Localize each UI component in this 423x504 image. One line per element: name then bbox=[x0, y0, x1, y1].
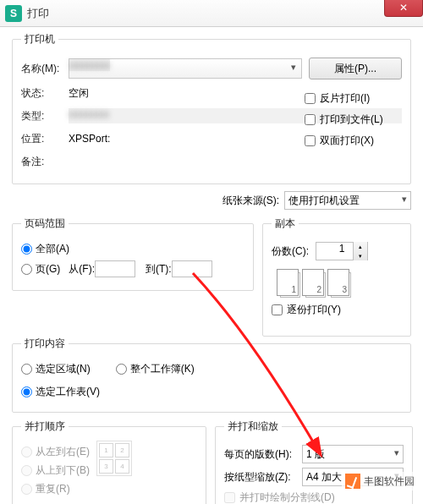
order-legend: 并打顺序 bbox=[21, 419, 69, 434]
copies-preview: 1 2 3 bbox=[277, 269, 402, 296]
order-group: 并打顺序 从左到右(E) 从上到下(B) 重复(R) 1234 bbox=[12, 419, 206, 504]
perpage-select[interactable]: 1 版 bbox=[302, 445, 404, 463]
comment-label: 备注: bbox=[21, 155, 69, 169]
content-legend: 打印内容 bbox=[21, 337, 69, 351]
scale-group: 并打和缩放 每页的版数(H): 1 版 按纸型缩放(Z): A4 加大 并打时绘… bbox=[215, 419, 413, 504]
count-label: 份数(C): bbox=[272, 244, 309, 259]
where-value: XPSPort: bbox=[69, 133, 110, 145]
scale-value: A4 加大 bbox=[306, 470, 342, 485]
range-pages-radio[interactable]: 页(G) bbox=[21, 262, 60, 277]
range-legend: 页码范围 bbox=[21, 216, 69, 231]
properties-button[interactable]: 属性(P)... bbox=[309, 58, 402, 79]
page-icon-3: 3 bbox=[327, 269, 349, 296]
scale-label: 按纸型缩放(Z): bbox=[224, 470, 302, 485]
order-tb-radio: 从上到下(B) bbox=[21, 463, 90, 478]
to-label: 到(T): bbox=[146, 262, 172, 277]
drawlines-label: 并打时绘制分割线(D) bbox=[239, 490, 335, 504]
perpage-value: 1 版 bbox=[306, 447, 325, 462]
status-label: 状态: bbox=[21, 86, 69, 101]
reverse-check[interactable]: 反片打印(I) bbox=[305, 91, 383, 106]
range-group: 页码范围 全部(A) 页(G) 从(F): 到(T): bbox=[12, 216, 254, 291]
duplex-check[interactable]: 双面打印(X) bbox=[305, 134, 383, 148]
from-input[interactable] bbox=[95, 260, 135, 277]
close-button[interactable]: ✕ bbox=[384, 0, 423, 17]
watermark-text: 丰图软件园 bbox=[364, 474, 415, 489]
tofile-check[interactable]: 打印到文件(L) bbox=[305, 112, 383, 127]
printer-name-select[interactable]: xxxxxxxx bbox=[69, 58, 302, 79]
order-preview: 1234 bbox=[96, 441, 132, 476]
app-icon: S bbox=[5, 5, 22, 22]
content-workbook-label: 整个工作簿(K) bbox=[130, 362, 195, 376]
titlebar: S 打印 ✕ bbox=[0, 0, 423, 27]
perpage-label: 每页的版数(H): bbox=[224, 447, 302, 462]
order-tb-label: 从上到下(B) bbox=[36, 463, 90, 478]
page-icon-1: 1 bbox=[277, 269, 299, 296]
content-workbook-radio[interactable]: 整个工作簿(K) bbox=[116, 362, 195, 376]
name-label: 名称(M): bbox=[21, 62, 69, 76]
reverse-label: 反片打印(I) bbox=[320, 91, 370, 106]
range-all-label: 全部(A) bbox=[36, 242, 69, 256]
order-repeat-radio: 重复(R) bbox=[21, 482, 90, 496]
to-input[interactable] bbox=[172, 260, 212, 277]
watermark-icon bbox=[345, 474, 360, 489]
page-icon-2: 2 bbox=[302, 269, 324, 296]
close-icon: ✕ bbox=[399, 2, 408, 14]
watermark: 丰图软件园 bbox=[342, 472, 418, 490]
printer-group: 打印机 名称(M): xxxxxxxx 属性(P)... 状态: 空闲 类型: … bbox=[12, 32, 411, 184]
duplex-label: 双面打印(X) bbox=[320, 134, 374, 148]
copies-legend: 副本 bbox=[272, 216, 299, 231]
content-sheets-label: 选定工作表(V) bbox=[36, 385, 100, 399]
scale-legend: 并打和缩放 bbox=[224, 419, 282, 434]
printer-legend: 打印机 bbox=[21, 32, 58, 47]
source-label: 纸张来源(S): bbox=[222, 194, 279, 208]
order-repeat-label: 重复(R) bbox=[36, 482, 70, 496]
copies-group: 副本 份数(C): 1 1 2 3 逐份打印(Y) bbox=[262, 216, 411, 337]
order-lr-radio: 从左到右(E) bbox=[21, 445, 90, 459]
where-label: 位置: bbox=[21, 132, 69, 146]
type-label: 类型: bbox=[21, 109, 69, 123]
source-select[interactable]: 使用打印机设置 bbox=[284, 191, 411, 210]
range-all-radio[interactable]: 全部(A) bbox=[21, 242, 244, 256]
drawlines-check: 并打时绘制分割线(D) bbox=[224, 490, 404, 504]
range-pages-label: 页(G) bbox=[36, 262, 60, 277]
collate-check[interactable]: 逐份打印(Y) bbox=[272, 303, 402, 317]
from-label: 从(F): bbox=[69, 262, 95, 277]
status-value: 空闲 bbox=[69, 86, 89, 101]
window-title: 打印 bbox=[27, 6, 49, 21]
content-sheets-radio[interactable]: 选定工作表(V) bbox=[21, 385, 402, 399]
order-lr-label: 从左到右(E) bbox=[36, 445, 90, 459]
count-spinner[interactable]: 1 bbox=[316, 242, 368, 260]
printer-name-value: xxxxxxxx bbox=[69, 59, 110, 71]
tofile-label: 打印到文件(L) bbox=[320, 112, 383, 127]
collate-label: 逐份打印(Y) bbox=[287, 303, 341, 317]
source-value: 使用打印机设置 bbox=[288, 194, 360, 208]
content-group: 打印内容 选定区域(N) 整个工作簿(K) 选定工作表(V) bbox=[12, 337, 411, 413]
content-selection-label: 选定区域(N) bbox=[36, 362, 91, 376]
content-selection-radio[interactable]: 选定区域(N) bbox=[21, 362, 91, 376]
